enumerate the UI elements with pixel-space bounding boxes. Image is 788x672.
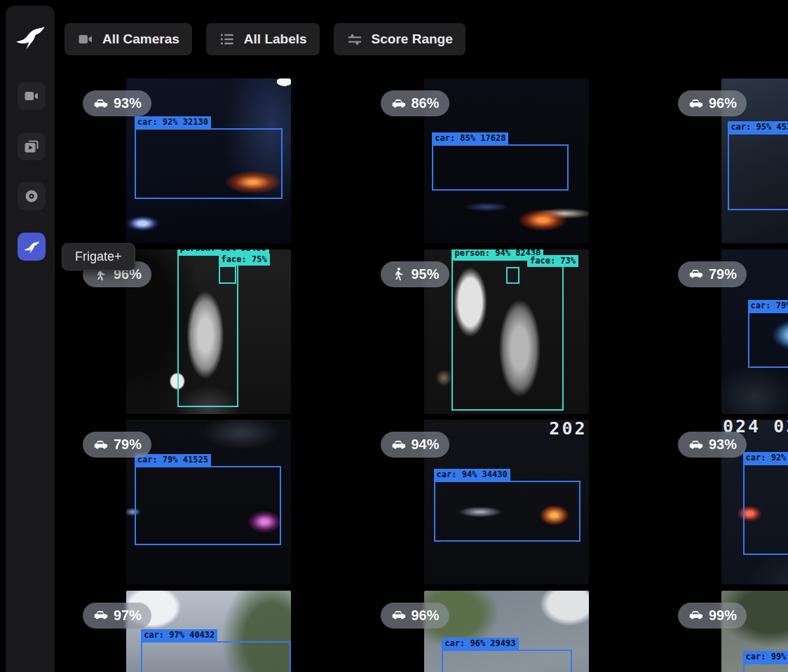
score-value: 99% [709,608,737,624]
car-icon [390,437,406,453]
person-bounding-box [219,266,237,284]
score-badge: 97% [83,603,151,629]
score-value: 93% [114,95,142,111]
car-bounding-box [728,133,788,210]
car-bounding-box [442,650,572,672]
frigate-plus-page: Frigate+ All Cameras All Labels [0,0,788,672]
detection-card[interactable]: car: 92% 32130 93% [67,78,365,249]
detection-label: car: 79% 41525 [135,454,211,466]
score-badge: 86% [381,90,449,116]
score-value: 93% [709,437,737,453]
sidebar-item-explore[interactable] [18,182,46,210]
sidebar-item-live[interactable] [18,82,46,110]
detection-label: face: 73% [527,255,578,267]
detection-label: car: 92% 42186 [743,452,788,464]
score-value: 96% [709,95,737,111]
score-badge: 99% [678,603,747,629]
car-icon [93,608,108,623]
sidebar [6,6,55,672]
score-badge: 93% [83,90,151,116]
car-icon [390,96,406,111]
detection-label: car: 95% 45260 [728,121,788,133]
camera-timestamp-fragment: 202 [549,420,587,439]
detection-card[interactable]: person: 96% 93400face: 75% 96% [67,249,365,420]
car-bounding-box [748,312,788,368]
detection-label: car: 94% 34430 [434,469,510,481]
detection-label: face: 75% [219,254,270,266]
car-bounding-box [141,641,291,672]
detection-thumbnail[interactable]: car: 96% 29493 [424,591,589,672]
score-value: 86% [412,95,440,111]
frigate-bird-icon [23,238,40,255]
car-bounding-box [135,466,281,545]
detection-card[interactable]: car: 99% 254 99% [663,591,788,672]
filter-label: All Labels [244,32,307,47]
detection-label: car: 79% [748,300,788,312]
person-walking-icon [390,266,406,282]
score-value: 97% [114,608,142,624]
score-badge: 93% [678,432,747,458]
score-badge: 96% [678,90,747,116]
detection-card[interactable]: person: 94% 82430face: 73% 95% [365,249,663,420]
review-icon [23,138,40,155]
detection-card[interactable]: car: 95% 45260 96% [663,78,788,249]
filter-label: Score Range [372,32,453,47]
frigate-logo [15,21,46,55]
car-icon [93,437,108,453]
detection-grid: car: 92% 32130 93%car: 85% 17628 86%car:… [67,78,788,672]
detection-card[interactable]: car: 97% 40432 97% [67,591,365,672]
sliders-icon [346,31,363,48]
detection-card[interactable]: 202car: 94% 34430 94% [365,420,663,590]
score-value: 95% [412,266,440,282]
score-badge: 79% [83,432,151,458]
detection-label: car: 92% 32130 [135,116,211,128]
car-bounding-box [434,481,580,542]
detection-thumbnail[interactable]: car: 97% 40432 [126,591,291,672]
filter-toolbar: All Cameras All Labels Score Range [64,23,466,55]
score-value: 96% [412,608,440,624]
car-icon [688,437,703,453]
score-value: 79% [114,437,142,453]
explore-icon [23,188,40,205]
detection-card[interactable]: 024 03 0car: 92% 42186 93% [663,420,788,590]
detection-label: car: 97% 40432 [141,629,217,641]
score-badge: 94% [381,432,449,458]
car-icon [688,608,703,623]
sidebar-item-frigate-plus[interactable] [18,233,46,261]
detection-card[interactable]: car: 96% 29493 96% [365,591,663,672]
all-labels-filter-button[interactable]: All Labels [206,23,320,55]
sidebar-item-review[interactable] [18,132,46,160]
filter-label: All Cameras [102,32,179,47]
car-icon [688,96,703,111]
score-badge: 79% [678,261,747,287]
score-badge: 95% [381,261,449,287]
all-cameras-filter-button[interactable]: All Cameras [64,23,192,55]
car-icon [688,266,703,282]
car-bounding-box [432,144,569,191]
score-value: 79% [709,266,737,282]
car-icon [93,96,108,111]
car-icon [390,608,406,623]
detection-card[interactable]: car: 79% 41525 79% [67,420,365,590]
detection-card[interactable]: car: 79% 79% [663,249,788,420]
detection-label: car: 96% 29493 [442,638,518,650]
video-camera-icon [23,88,40,104]
person-bounding-box [506,267,519,284]
car-bounding-box [743,663,788,672]
score-value: 94% [412,437,440,453]
score-range-filter-button[interactable]: Score Range [334,23,466,55]
detection-label: car: 85% 17628 [432,132,508,144]
detection-card[interactable]: car: 85% 17628 86% [365,78,663,249]
list-icon [219,31,236,48]
frigate-plus-tooltip: Frigate+ [62,243,135,270]
frigate-bird-icon [15,21,46,52]
detection-label: car: 99% 254 [743,651,788,663]
car-bounding-box [743,464,788,554]
score-badge: 96% [381,603,449,629]
camera-icon [77,31,94,48]
car-bounding-box [135,128,283,199]
